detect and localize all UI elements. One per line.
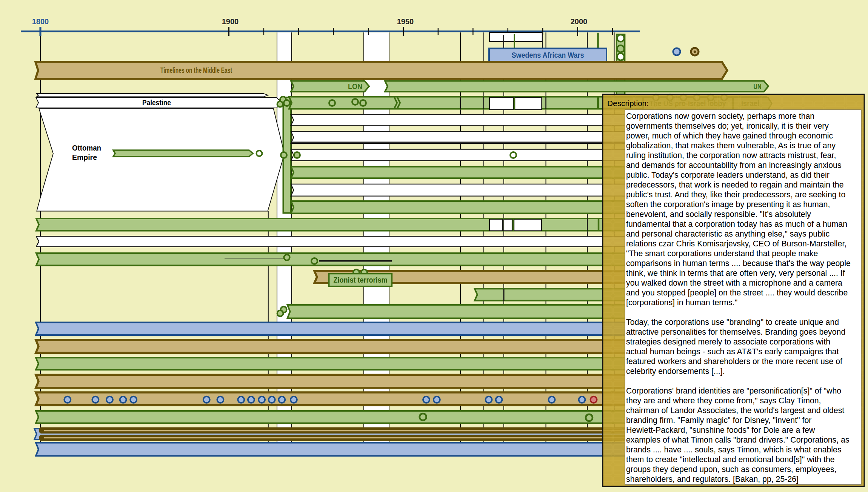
svg-text:public's trust. And they, like: public's trust. And they, like their pre… [626, 190, 845, 199]
svg-text:ruling institution, the corpor: ruling institution, the corporation now … [626, 151, 836, 160]
svg-text:1950: 1950 [397, 17, 414, 26]
svg-text:governments themselves do; yet: governments themselves do; yet, ironical… [626, 121, 829, 131]
svg-text:Empire: Empire [72, 153, 97, 161]
svg-text:featured workers and sharehold: featured workers and shareholders or the… [626, 357, 842, 366]
svg-text:actual human beings - such as: actual human beings - such as AT&T's ear… [626, 347, 839, 356]
svg-text:UN: UN [754, 82, 762, 91]
svg-text:2000: 2000 [571, 17, 588, 26]
svg-text:"The smart corporations unders: "The smart corporations understand that … [626, 249, 818, 258]
svg-text:attractive personalities for t: attractive personalities for themselves.… [626, 327, 845, 337]
svg-text:Description:: Description: [607, 99, 649, 108]
svg-text:chairman of Landor Associates,: chairman of Landor Associates, the world… [626, 406, 844, 415]
svg-text:Swedens African Wars: Swedens African Wars [512, 51, 584, 59]
svg-text:examples of what Timon calls ": examples of what Timon calls "brand driv… [626, 435, 850, 444]
svg-text:Ottoman: Ottoman [72, 143, 101, 152]
svg-text:they are and where they come f: they are and where they come from," says… [626, 396, 821, 405]
svg-text:fundamental that a corporation: fundamental that a corporation today has… [626, 220, 847, 229]
svg-text:public. Today's corporate lead: public. Today's corporate leaders unders… [626, 171, 830, 180]
svg-text:celebrity endorsements [...].: celebrity endorsements [...]. [626, 367, 725, 376]
svg-text:and demands for accountability: and demands for accountability from an i… [626, 161, 842, 170]
svg-text:predecessors, that work is nee: predecessors, that work is needed to reg… [626, 180, 844, 189]
svg-text:comparisons in human terms ...: comparisons in human terms .... because … [626, 259, 851, 268]
svg-text:globalization, that makes them: globalization, that makes them vulnerabl… [626, 141, 836, 150]
svg-text:shareholders, and regulators.: shareholders, and regulators. [Bakan, pp… [626, 475, 799, 484]
svg-text:Today, the corporations use "b: Today, the corporations use "branding" t… [626, 318, 839, 327]
svg-text:1800: 1800 [32, 17, 49, 26]
svg-text:1900: 1900 [222, 17, 239, 26]
svg-text:strategies designed merely to: strategies designed merely to associate … [626, 337, 830, 346]
svg-text:power, much of which they have: power, much of which they have gained th… [626, 131, 833, 140]
svg-text:[corporations] in human terms.: [corporations] in human terms." [626, 298, 737, 307]
svg-text:Timelines on the Middle East: Timelines on the Middle East [160, 66, 232, 74]
svg-text:and you stopped [people] on th: and you stopped [people] on the street .… [626, 288, 848, 297]
svg-text:you walked down the street wit: you walked down the street with a microp… [626, 278, 842, 288]
svg-text:brands .... have .... souls, s: brands .... have .... souls, says Timon,… [626, 445, 842, 454]
svg-text:benevolent, and socially respo: benevolent, and socially responsible. "I… [626, 210, 811, 219]
svg-text:Hewlett-Packard, "sunshine foo: Hewlett-Packard, "sunshine foods" for Do… [626, 426, 815, 435]
svg-text:Palestine: Palestine [142, 98, 171, 107]
svg-text:soften the corporation's image: soften the corporation's image by presen… [626, 200, 830, 209]
svg-text:groups they depend upon, such: groups they depend upon, such as consume… [626, 465, 837, 474]
svg-text:Zionist terrorism: Zionist terrorism [334, 276, 388, 284]
svg-text:think, we think in terms that: think, we think in terms that are often … [626, 269, 845, 278]
svg-text:relations czar Chris Komisarje: relations czar Chris Komisarjevsky, CEO … [626, 239, 846, 248]
svg-text:Corporations now govern societ: Corporations now govern society, perhaps… [626, 112, 814, 121]
svg-text:LON: LON [348, 82, 362, 91]
svg-text:them to create "intellectual a: them to create "intellectual and emotion… [626, 455, 835, 464]
svg-text:branding firm. "Family magic": branding firm. "Family magic" for Disney… [626, 416, 811, 425]
svg-text:and personal characteristic as: and personal characteristic as anything … [626, 229, 830, 238]
svg-text:Corporations' brand identities: Corporations' brand identities are "pers… [626, 386, 841, 395]
